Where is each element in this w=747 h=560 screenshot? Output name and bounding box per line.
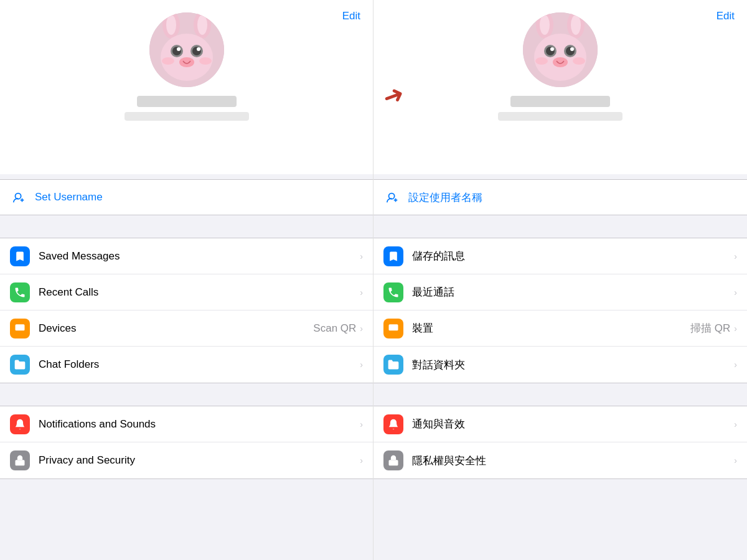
right-devices-item[interactable]: 裝置 掃描 QR › [374,310,747,347]
right-saved-messages-label: 儲存的訊息 [412,249,734,263]
left-saved-messages-chevron: › [360,251,363,261]
left-username-label: Set Username [35,191,103,203]
svg-point-23 [540,15,550,35]
svg-point-33 [535,57,548,65]
left-avatar[interactable] [149,12,224,87]
left-privacy-icon [10,450,30,470]
left-privacy-chevron: › [360,455,363,465]
right-notifications-chevron: › [734,419,737,429]
right-notifications-icon [383,414,403,434]
left-menu-group-1: Saved Messages › Recent Calls › Devices … [0,238,373,383]
left-divider-2 [0,383,373,406]
svg-point-13 [162,57,174,65]
svg-point-35 [389,194,395,199]
svg-rect-19 [16,460,25,465]
left-phone-placeholder [125,112,249,121]
right-devices-icon [383,319,403,338]
left-chat-folders-item[interactable]: Chat Folders › [0,347,373,383]
right-recent-calls-label: 最近通話 [412,285,734,299]
svg-point-31 [570,47,574,51]
right-recent-calls-icon [383,282,403,302]
left-divider-1 [0,215,373,238]
right-name-placeholder [510,96,610,107]
right-privacy-label: 隱私權與安全性 [412,454,734,468]
svg-point-12 [179,57,194,67]
left-recent-calls-chevron: › [360,287,363,297]
svg-point-11 [197,47,200,51]
left-notifications-label: Notifications and Sounds [39,418,360,431]
right-saved-messages-chevron: › [734,251,737,261]
svg-point-24 [571,15,581,35]
left-username-icon [10,189,27,206]
left-chat-folders-label: Chat Folders [39,358,360,371]
left-devices-label: Devices [39,322,313,335]
svg-point-3 [166,15,176,35]
right-phone-placeholder [498,112,622,121]
left-saved-messages-icon [10,246,30,266]
left-devices-icon [10,319,30,338]
left-saved-messages-label: Saved Messages [39,250,360,263]
left-recent-calls-label: Recent Calls [39,286,360,299]
left-notifications-icon [10,414,30,434]
right-chat-folders-chevron: › [734,360,737,370]
left-menu-group-2: Notifications and Sounds › Privacy and S… [0,406,373,479]
left-edit-button[interactable]: Edit [342,10,360,22]
left-devices-item[interactable]: Devices Scan QR › [0,310,373,347]
right-username-label: 設定使用者名稱 [408,190,482,205]
right-set-username-row[interactable]: 設定使用者名稱 [374,179,747,215]
right-devices-label: 裝置 [412,321,690,335]
svg-point-14 [199,57,212,65]
svg-point-4 [197,15,207,35]
left-chat-folders-chevron: › [360,360,363,370]
left-devices-secondary: Scan QR [313,322,356,335]
right-devices-chevron: › [734,324,737,334]
svg-point-34 [573,57,585,65]
left-notifications-chevron: › [360,419,363,429]
svg-point-10 [177,47,181,51]
left-privacy-label: Privacy and Security [39,454,360,467]
svg-point-15 [16,194,21,199]
left-notifications-item[interactable]: Notifications and Sounds › [0,406,373,442]
left-saved-messages-item[interactable]: Saved Messages › [0,238,373,274]
left-chat-folders-icon [10,355,30,375]
left-set-username-row[interactable]: Set Username [0,179,373,215]
left-name-placeholder [137,96,237,107]
svg-rect-38 [389,324,398,330]
svg-point-30 [550,47,554,51]
right-recent-calls-item[interactable]: 最近通話 › [374,274,747,310]
right-privacy-item[interactable]: 隱私權與安全性 › [374,442,747,478]
right-profile-section: Edit [374,0,747,174]
right-chat-folders-item[interactable]: 對話資料夾 › [374,347,747,383]
left-recent-calls-item[interactable]: Recent Calls › [0,274,373,310]
right-notifications-label: 通知與音效 [412,417,734,431]
right-notifications-item[interactable]: 通知與音效 › [374,406,747,442]
right-privacy-icon [383,450,403,470]
right-divider-1 [374,215,747,238]
right-devices-secondary: 掃描 QR [690,321,730,335]
svg-rect-18 [16,324,25,330]
right-divider-2 [374,383,747,406]
svg-rect-39 [389,460,398,465]
right-username-icon [383,189,401,206]
right-chat-folders-icon [383,355,403,375]
left-profile-section: Edit [0,0,373,174]
right-chat-folders-label: 對話資料夾 [412,358,734,372]
right-panel: Edit [374,0,747,560]
right-avatar[interactable] [523,12,598,87]
right-recent-calls-chevron: › [734,287,737,297]
right-menu-group-2: 通知與音效 › 隱私權與安全性 › [374,406,747,479]
right-privacy-chevron: › [734,455,737,465]
left-recent-calls-icon [10,282,30,302]
left-privacy-item[interactable]: Privacy and Security › [0,442,373,478]
right-menu-group-1: 儲存的訊息 › 最近通話 › 裝置 掃描 QR › 對話資料夾 › [374,238,747,383]
left-devices-chevron: › [360,324,363,334]
right-edit-button[interactable]: Edit [716,10,735,22]
svg-point-32 [553,57,568,67]
right-saved-messages-icon [383,246,403,266]
left-panel: Edit [0,0,374,560]
right-saved-messages-item[interactable]: 儲存的訊息 › [374,238,747,274]
